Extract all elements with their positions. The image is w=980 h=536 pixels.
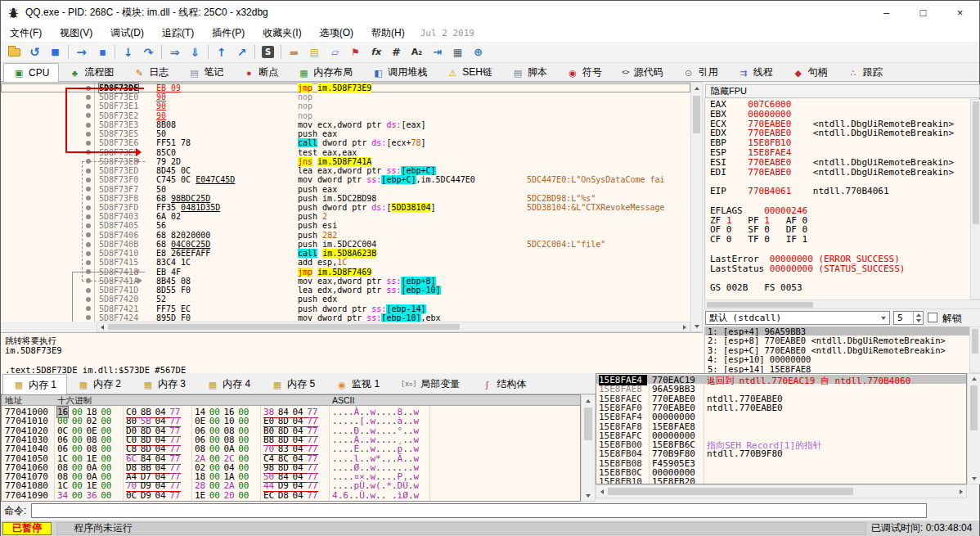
disasm-row[interactable]: 5D8F73F0C745 0C E047C45Dmov dword ptr ss… — [1, 175, 690, 184]
breakpoint-dot[interactable] — [86, 141, 91, 146]
breakpoint-dot[interactable] — [86, 297, 91, 302]
argument-row[interactable]: 3: [esp+C] 770EABE0 <ntdll.DbgUiRemoteBr… — [705, 345, 969, 354]
tab-seh-chain[interactable]: ⚠SEH链 — [437, 63, 502, 81]
disasm-row[interactable]: 5D8F73F868 98BDC25Dpush im.5DC2BD985DC2B… — [1, 194, 690, 203]
dump-vertical-scrollbar[interactable] — [581, 394, 596, 502]
stack-row[interactable]: 15E8FAE896A59BB3 — [596, 384, 966, 393]
tab-call-stack[interactable]: ◧调用堆栈 — [362, 63, 437, 81]
disasm-row[interactable]: 5D8F741583C4 1Cadd esp,1C — [1, 258, 690, 267]
disassembly-vertical-scrollbar[interactable] — [690, 82, 703, 332]
register-row[interactable]: CF 0 TF 0 IF 1 — [710, 234, 970, 244]
dump-row[interactable]: 770410200C000E00D08D047706000800B08D0477… — [2, 426, 580, 435]
breakpoint-dot[interactable] — [86, 251, 91, 256]
stack-row[interactable]: 15E8FAF400000000 — [596, 412, 966, 421]
breakpoint-dot[interactable] — [86, 196, 91, 200]
tab-graph[interactable]: ♣流程图 — [59, 63, 124, 81]
register-row[interactable]: EDI 770EABE0 <ntdll.DbgUiRemoteBreakin> — [710, 167, 970, 177]
disasm-row[interactable]: 5D8F73E190nop — [1, 101, 690, 110]
toolbar-step-over-button[interactable]: ↷ — [138, 43, 159, 61]
disasm-row[interactable]: 5D8F7410E8 26EEFAFFcall im.5D8A623B — [1, 249, 690, 258]
disasm-row[interactable]: 5D8F73FDFF35 0481D35Dpush dword ptr ds:[… — [1, 203, 690, 212]
disasm-row[interactable]: 5D8F7421FF75 ECpush dword ptr ss:[ebp-14… — [1, 304, 690, 313]
disasm-row[interactable]: 5D8F73E290nop — [1, 111, 690, 120]
menu-file[interactable]: 文件(F) — [1, 24, 51, 42]
tab-memory-4[interactable]: ▦内存 4 — [196, 374, 261, 394]
disasm-row[interactable]: 5D8F740556push esi — [1, 221, 690, 230]
registers-pane[interactable]: EAX 007C6000EBX 00000000ECX 770EABE0 <nt… — [704, 99, 970, 300]
menu-view[interactable]: 视图(V) — [51, 24, 101, 42]
toolbar-attach-button[interactable]: ⇥ — [427, 43, 447, 61]
tab-memory-3[interactable]: ▦内存 3 — [132, 374, 196, 394]
menu-trace[interactable]: 追踪(T) — [153, 24, 203, 42]
breakpoint-dot[interactable] — [86, 187, 91, 191]
disasm-row[interactable]: 5D8F73F750push eax — [1, 185, 690, 194]
toolbar-patches-button[interactable]: ▬ — [284, 43, 304, 61]
stack-pane[interactable]: 15E8FAE4770EAC19返回到 ntdll.770EAC19 自 ntd… — [596, 373, 967, 484]
registers-horizontal-scrollbar[interactable] — [704, 300, 980, 309]
disasm-row[interactable]: 5D8F740B68 04C0C25Dpush im.5DC2C0045DC2C… — [1, 240, 690, 249]
registers-vertical-scrollbar[interactable] — [970, 99, 980, 300]
disasm-row[interactable]: 5D8F741D8D55 F0lea edx,dword ptr ss:[ebp… — [1, 286, 690, 295]
argument-row[interactable]: 1: [esp+4] 96A59BB3 — [705, 327, 969, 336]
toolbar-step-into-button[interactable]: ↓ — [118, 43, 138, 61]
menu-options[interactable]: 选项(O) — [311, 24, 362, 42]
toolbar-comment-button[interactable]: ▤ — [304, 43, 325, 61]
calling-convention-dropdown[interactable]: 默认 (stdcall) — [705, 311, 890, 325]
stack-row[interactable]: 15E8FB08F45905E3 — [596, 458, 966, 467]
breakpoint-dot[interactable] — [86, 95, 91, 100]
dump-row[interactable]: 7704103006000800C08D047706000800B88D0477… — [2, 435, 580, 444]
toolbar-pause-button[interactable]: ▮▮ — [92, 43, 112, 61]
stack-row[interactable]: 15E8FB0015E8FB6C指向SEH_Record[1]的指针 — [596, 439, 966, 448]
toolbar-function-analysis-button[interactable]: fx — [366, 43, 386, 61]
register-row[interactable]: LastError 00000000 (ERROR_SUCCESS) — [710, 254, 970, 263]
breakpoint-dot[interactable] — [86, 205, 91, 210]
register-row[interactable] — [710, 244, 970, 254]
toolbar-scylla-button[interactable]: S — [258, 43, 278, 61]
tab-trace[interactable]: ∴跟踪 — [838, 63, 892, 81]
breakpoint-dot[interactable] — [86, 113, 91, 118]
toolbar-open-file-button[interactable] — [4, 43, 25, 61]
stack-vertical-scrollbar[interactable] — [967, 373, 980, 484]
dump-row[interactable]: 7704104006000800C88D047708000A0070830477… — [2, 444, 580, 453]
unlock-checkbox[interactable] — [928, 313, 937, 322]
disasm-row[interactable]: 5D8F73E6FF51 78call dword ptr ds:[ecx+78… — [1, 138, 690, 147]
register-row[interactable] — [710, 176, 970, 186]
tab-symbols[interactable]: ◉符号 — [557, 63, 612, 81]
disasm-row[interactable]: 5D8F73E38B08mov ecx,dword ptr ds:[eax] — [1, 120, 690, 129]
register-row[interactable]: EDX 770EABE0 <ntdll.DbgUiRemoteBreakin> — [710, 128, 970, 137]
toolbar-restart-button[interactable]: ↺ — [25, 43, 45, 61]
dump-row[interactable]: 7704101000000200805B04770E001000E08D0477… — [2, 416, 580, 425]
tab-watch-1[interactable]: ◉监视 1 — [326, 374, 390, 394]
toolbar-run-to-user-code-button[interactable]: ↗ — [232, 43, 252, 61]
tab-source[interactable]: <>源代码 — [612, 63, 673, 81]
dump-row[interactable]: 770410801C001E0070D9047728002A0044D90477… — [2, 480, 580, 489]
dump-row[interactable]: 77041090340036000CD904771E002000ECD80477… — [2, 490, 580, 499]
maximize-button[interactable]: □ — [905, 1, 942, 24]
breakpoint-dot[interactable] — [86, 306, 91, 311]
argument-row[interactable]: 2: [esp+8] 770EABE0 <ntdll.DbgUiRemoteBr… — [705, 336, 969, 345]
hide-fpu-button[interactable]: 隐藏FPU — [705, 84, 980, 98]
toolbar-internet-button[interactable]: ⊕ — [468, 43, 488, 61]
breakpoint-dot[interactable] — [86, 315, 91, 320]
stack-row[interactable]: 15E8FAFC00000000 — [596, 430, 966, 439]
toolbar-bookmark-button[interactable]: ⚑ — [345, 43, 366, 61]
tab-memory-5[interactable]: ▦内存 5 — [261, 374, 326, 394]
register-row[interactable]: LastStatus 00000000 (STATUS_SUCCESS) — [710, 263, 970, 273]
close-button[interactable]: × — [942, 1, 978, 24]
register-row[interactable]: EBX 00000000 — [710, 109, 970, 119]
toolbar-calculator-button[interactable]: ▦ — [447, 43, 468, 61]
tab-threads[interactable]: ⇉线程 — [728, 63, 783, 81]
register-row[interactable]: OF 0 SF 0 DF 0 — [710, 224, 970, 234]
toolbar-string-references-button[interactable]: # — [386, 43, 407, 61]
minimize-button[interactable]: – — [868, 1, 905, 24]
register-row[interactable]: GS 002B FS 0053 — [710, 282, 970, 292]
memory-dump-pane[interactable]: 地址 十六进制 ASCII 7704100016001800C08B047714… — [1, 394, 581, 502]
toolbar-assembler-button[interactable]: A₂ — [407, 43, 427, 61]
disasm-row[interactable]: 5D8F740668 82020000push 282 — [1, 231, 690, 240]
disasm-row[interactable]: 5D8F742052push edx — [1, 295, 690, 304]
breakpoint-dot[interactable] — [86, 288, 91, 293]
tab-log[interactable]: ✎日志 — [124, 63, 178, 81]
dump-row[interactable]: 7704106008000A00D88B047702000400988D0477… — [2, 462, 580, 471]
stack-row[interactable]: 15E8FAE4770EAC19返回到 ntdll.770EAC19 自 ntd… — [596, 375, 966, 384]
argument-row[interactable]: 5: [esp+14] 15E8FAE8 — [705, 364, 969, 373]
